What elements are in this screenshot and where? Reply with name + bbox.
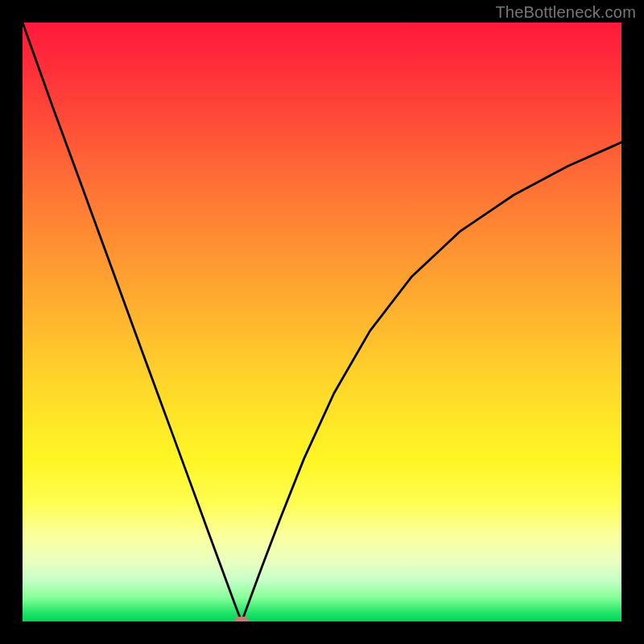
outer-frame: TheBottleneck.com: [0, 0, 644, 644]
watermark-text: TheBottleneck.com: [495, 3, 636, 22]
bottleneck-curve: [23, 23, 621, 621]
optimal-point-marker: [234, 617, 249, 621]
plot-area: [23, 23, 621, 621]
